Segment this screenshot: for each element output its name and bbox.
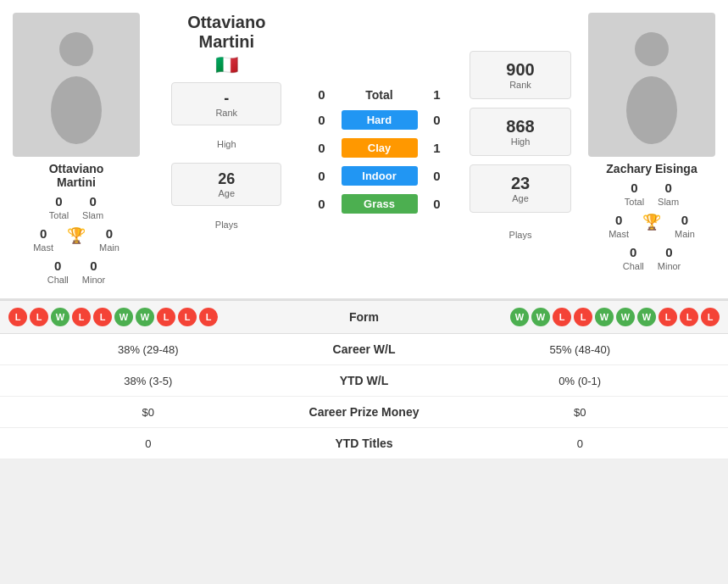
player2-avatar <box>588 13 715 157</box>
grass-score-p2: 0 <box>425 197 450 211</box>
grass-badge: Grass <box>342 194 418 214</box>
player1-main: 0 Main <box>99 226 119 253</box>
form-badge-p1: L <box>30 308 48 326</box>
form-badge-p2: W <box>595 308 614 326</box>
ytd-wl-p2: 0% (0-1) <box>449 375 712 387</box>
clay-score-p2: 1 <box>425 141 450 155</box>
indoor-row: 0 Indoor 0 <box>309 166 458 186</box>
player2-name: Zachary Eisinga <box>606 162 697 175</box>
player1-minor: 0 Minor <box>82 259 106 286</box>
total-score-p1: 0 <box>309 87 335 102</box>
indoor-score-p2: 0 <box>425 169 450 183</box>
indoor-badge: Indoor <box>342 166 418 186</box>
svg-point-0 <box>59 32 93 66</box>
form-badge-p2: L <box>701 308 720 326</box>
player2-plays-box: Plays <box>470 221 571 248</box>
hard-score-p2: 0 <box>425 113 450 127</box>
ytd-titles-row: 0 YTD Titles 0 <box>0 428 728 459</box>
form-badge-p2: W <box>510 308 529 326</box>
player1-mast: 0 Mast <box>33 226 53 253</box>
player1-stats-row2: 0 Mast 🏆 0 Main <box>33 226 119 253</box>
clay-score-p1: 0 <box>309 141 335 155</box>
player2-total: 0 Total <box>625 181 644 208</box>
player2-stats-row2: 0 Mast 🏆 0 Main <box>609 213 695 240</box>
ytd-titles-label: YTD Titles <box>280 437 449 450</box>
total-label: Total <box>342 88 418 102</box>
form-badge-p2: L <box>659 308 677 326</box>
player2-form-badges: WWLLWWWLLL <box>407 308 720 326</box>
career-wl-row: 38% (29-48) Career W/L 55% (48-40) <box>0 334 728 365</box>
form-badge-p1: L <box>178 308 197 326</box>
player1-high-box: High <box>171 132 281 156</box>
stats-section: 38% (29-48) Career W/L 55% (48-40) 38% (… <box>0 334 728 459</box>
clay-row: 0 Clay 1 <box>309 138 458 158</box>
middle-section: OttavianoMartini 🇮🇹 - Rank High 26 Age P… <box>153 8 301 290</box>
player1-trophy: 🏆 <box>67 226 86 253</box>
player2-slam: 0 Slam <box>658 181 679 208</box>
player1-age-box: 26 Age <box>171 163 281 206</box>
player2-minor: 0 Minor <box>658 245 681 272</box>
ytd-titles-p2: 0 <box>449 437 712 450</box>
form-badge-p1: L <box>93 308 112 326</box>
player1-total: 0 Total <box>49 194 69 221</box>
ytd-wl-row: 38% (3-5) YTD W/L 0% (0-1) <box>0 365 728 397</box>
player1-chall: 0 Chall <box>47 259 69 286</box>
player2-card: Zachary Eisinga 0 Total 0 Slam 0 Mast 🏆 <box>575 8 728 290</box>
form-badge-p1: L <box>8 308 27 326</box>
player2-chall: 0 Chall <box>623 245 644 272</box>
player2-trophy: 🏆 <box>642 213 661 240</box>
player1-form-badges: LLWLLWWLLL <box>8 308 322 326</box>
form-section: LLWLLWWLLL Form WWLLWWWLLL <box>0 300 728 334</box>
form-badge-p1: W <box>51 308 69 326</box>
total-score-p2: 1 <box>425 87 450 102</box>
career-wl-label: Career W/L <box>280 342 449 356</box>
indoor-score-p1: 0 <box>309 169 335 183</box>
player1-slam: 0 Slam <box>82 194 103 221</box>
form-badge-p2: L <box>680 308 698 326</box>
player2-main: 0 Main <box>675 213 695 240</box>
svg-point-2 <box>635 32 669 66</box>
prize-row: $0 Career Prize Money $0 <box>0 397 728 428</box>
player1-plays-box: Plays <box>171 213 281 236</box>
player1-name: OttavianoMartini <box>49 162 104 189</box>
player2-age-box: 23 Age <box>470 164 571 213</box>
player1-name-top: OttavianoMartini <box>187 13 265 52</box>
player2-stats-row3: 0 Chall 0 Minor <box>623 245 681 272</box>
svg-point-1 <box>51 76 102 144</box>
player2-stats-row: 0 Total 0 Slam <box>625 181 679 208</box>
prize-p1: $0 <box>17 406 280 419</box>
form-badge-p2: W <box>637 308 656 326</box>
form-badge-p1: L <box>72 308 91 326</box>
player1-avatar <box>13 13 140 157</box>
ytd-wl-label: YTD W/L <box>280 374 449 387</box>
player1-stats-row: 0 Total 0 Slam <box>49 194 103 221</box>
form-badge-p2: W <box>616 308 635 326</box>
player1-rank-box: - Rank <box>171 82 281 125</box>
form-badge-p1: W <box>114 308 133 326</box>
ytd-wl-p1: 38% (3-5) <box>17 375 280 387</box>
form-label: Form <box>322 310 407 324</box>
clay-badge: Clay <box>342 138 418 158</box>
form-badge-p2: L <box>553 308 571 326</box>
prize-label: Career Prize Money <box>280 405 449 419</box>
hard-row: 0 Hard 0 <box>309 110 458 130</box>
grass-row: 0 Grass 0 <box>309 194 458 214</box>
career-wl-p2: 55% (48-40) <box>449 343 712 356</box>
hard-badge: Hard <box>342 110 418 130</box>
svg-point-3 <box>626 76 677 144</box>
player1-name-top-area: OttavianoMartini 🇮🇹 <box>187 13 265 79</box>
match-area: 0 Total 1 0 Hard 0 0 Clay 1 0 Indoor 0 <box>301 8 466 290</box>
player2-mast: 0 Mast <box>609 213 629 240</box>
player1-flag: 🇮🇹 <box>215 54 238 76</box>
top-section: OttavianoMartini 0 Total 0 Slam 0 Mast <box>0 0 728 300</box>
career-wl-p1: 38% (29-48) <box>17 343 280 356</box>
prize-p2: $0 <box>449 406 712 419</box>
ytd-titles-p1: 0 <box>17 437 280 450</box>
form-badge-p2: W <box>531 308 550 326</box>
form-badge-p1: W <box>136 308 154 326</box>
player2-high-box: 868 High <box>470 108 571 156</box>
form-badge-p1: L <box>199 308 218 326</box>
player1-stats-row3: 0 Chall 0 Minor <box>47 259 106 286</box>
player2-rank-box: 900 Rank <box>470 51 571 99</box>
player2-rank-boxes: 900 Rank 868 High 23 Age Plays <box>465 8 575 290</box>
